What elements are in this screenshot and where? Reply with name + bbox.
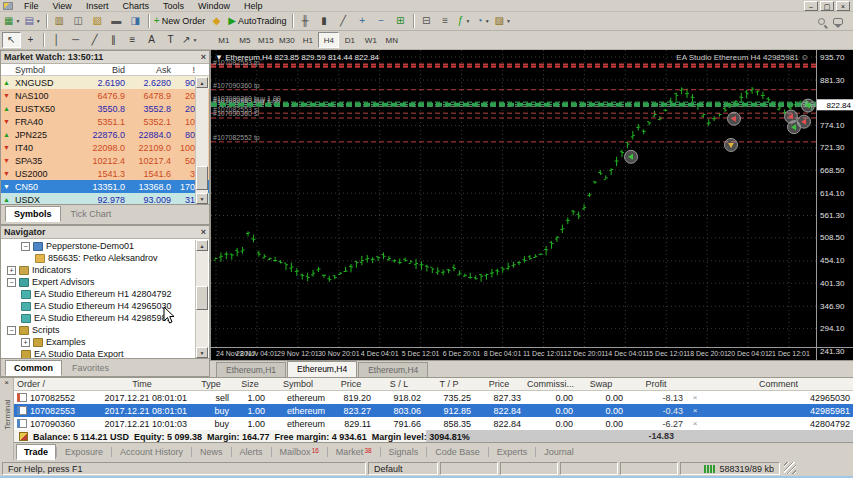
autotrading-button[interactable]: ▶AutoTrading [226,13,288,29]
chart-line-button[interactable]: ╱ [334,13,353,29]
chart-tab-1[interactable]: Ethereum,H4 [287,361,357,377]
zoom-out-button[interactable]: − [372,13,391,29]
order-row-107090360[interactable]: 1070903602017.12.21 10:01:03buy1.00ether… [14,417,853,430]
close-order-icon[interactable]: × [686,419,704,428]
market-watch-row-it40[interactable]: ▼IT4022098.022109.0100 [1,141,209,154]
column-profit[interactable]: Profit [626,379,686,389]
navigator-close-icon[interactable]: × [201,227,206,237]
timeframe-d1[interactable]: D1 [339,32,360,48]
terminal-tab-journal[interactable]: Journal [536,444,582,460]
market-watch-row-xngusd[interactable]: ▲XNGUSD2.61902.628090 [1,76,209,89]
toggle-terminal-button[interactable]: ▬ [107,13,126,29]
navigator-item[interactable]: EA Studio Ethereum H4 42985981 [1,312,209,324]
tab-tick-chart[interactable]: Tick Chart [62,206,121,222]
menu-charts[interactable]: Charts [115,0,156,12]
minimize-button[interactable]: – [804,1,818,11]
arrange-windows-button[interactable]: ≡ [436,13,455,29]
column-comment[interactable]: Comment [704,379,853,389]
timeframe-m1[interactable]: M1 [213,32,234,48]
chart-tab-0[interactable]: Ethereum,H1 [216,362,286,377]
menu-insert[interactable]: Insert [79,0,116,12]
trendline-tool-button[interactable]: ╱ [85,32,104,48]
shapes-tool-button[interactable]: ↗▼ [180,32,199,48]
market-watch-row-eustx50[interactable]: ▲EUSTX503550.83552.820 [1,102,209,115]
column-price[interactable]: Price [328,379,374,389]
scrollbar-thumb[interactable] [196,286,208,310]
tree-expander-icon[interactable]: − [7,326,16,335]
chart-bars-button[interactable]: ╫ [296,13,315,29]
navigator-item[interactable]: EA Studio Ethereum H1 42804792 [1,288,209,300]
fibonacci-tool-button[interactable]: ≡ [123,32,142,48]
navigator-item[interactable]: −Scripts [1,324,209,336]
resize-grip[interactable] [784,462,796,474]
indicators-list-button[interactable]: ƒ▼ [455,13,474,29]
scroll-down-icon[interactable]: ▼ [196,193,208,204]
column-symbol[interactable]: Symbol [268,379,328,389]
terminal-tab-trade[interactable]: Trade [16,444,56,460]
scroll-up-icon[interactable]: ▲ [196,77,208,88]
menu-view[interactable]: View [46,0,79,12]
timeframe-m15[interactable]: M15 [255,32,276,48]
toggle-strategy-tester-button[interactable]: ◨ [126,13,145,29]
timeframe-m30[interactable]: M30 [276,32,297,48]
timeframe-mn[interactable]: MN [381,32,402,48]
navigator-item[interactable]: +Examples [1,336,209,348]
timeframe-m5[interactable]: M5 [234,32,255,48]
menu-help[interactable]: Help [237,0,270,12]
metaeditor-button[interactable]: ◆ [207,13,226,29]
toggle-navigator-button[interactable]: ▧ [88,13,107,29]
menu-tools[interactable]: Tools [156,0,191,12]
column-order[interactable]: Order / [14,379,94,389]
navigator-scrollbar[interactable]: ▲ ▼ [195,240,208,358]
chat-icon[interactable] [833,18,843,25]
new-chart-button[interactable]: ▦▼ [2,13,22,29]
tab-symbols[interactable]: Symbols [5,206,61,222]
market-watch-row-cn50[interactable]: ▼CN5013351.013368.0170 [1,180,209,193]
scroll-down-icon[interactable]: ▼ [196,347,208,358]
channel-tool-button[interactable]: ∥ [104,32,123,48]
new-order-button[interactable]: +New Order [152,13,207,29]
tree-expander-icon[interactable]: − [21,242,30,251]
terminal-close-icon[interactable]: × [0,378,13,387]
terminal-tab-exposure[interactable]: Exposure [57,444,111,460]
horizontal-line-tool-button[interactable]: ─ [66,32,85,48]
toggle-data-window-button[interactable]: ◫ [69,13,88,29]
tab-favorites[interactable]: Favorites [63,360,118,376]
column-type[interactable]: Type [190,379,232,389]
close-order-icon[interactable]: × [686,393,704,402]
market-watch-row-us2000[interactable]: ▼US20001541.31541.63 [1,167,209,180]
tile-windows-button[interactable]: ⊞ [391,13,410,29]
tree-expander-icon[interactable]: + [21,338,30,347]
chart-candlesticks-button[interactable]: ▮ [315,13,334,29]
search-icon[interactable] [818,18,825,25]
column-tp[interactable]: T / P [424,379,474,389]
column-time[interactable]: Time [94,379,190,389]
column-bid[interactable]: Bid [75,65,125,75]
column-sl[interactable]: S / L [374,379,424,389]
close-button[interactable]: × [836,1,850,11]
tab-common[interactable]: Common [5,360,62,376]
terminal-tab-signals[interactable]: Signals [381,444,427,460]
terminal-tab-news[interactable]: News [192,444,231,460]
timeframe-w1[interactable]: W1 [360,32,381,48]
column-ask[interactable]: Ask [125,65,171,75]
order-row-107082553[interactable]: 1070825532017.12.21 08:01:01buy1.00ether… [14,404,853,417]
templates-button[interactable]: ▨▼ [493,13,513,29]
menu-window[interactable]: Window [191,0,237,12]
column-symbol[interactable]: Symbol [3,65,75,75]
timeframe-h4[interactable]: H4 [318,32,339,48]
market-watch-scrollbar[interactable]: ▲ ▼ [195,77,208,204]
terminal-tab-market[interactable]: Market38 [328,444,380,460]
navigator-item[interactable]: +Indicators [1,264,209,276]
terminal-tab-code-base[interactable]: Code Base [427,444,488,460]
navigator-item[interactable]: −Pepperstone-Demo01 [1,240,209,252]
vertical-line-tool-button[interactable]: │ [47,32,66,48]
market-watch-row-spa35[interactable]: ▼SPA3510212.410217.450 [1,154,209,167]
cursor-tool-button[interactable]: ↖ [2,32,21,48]
column-commission[interactable]: Commissi... [524,379,576,389]
chart-area[interactable]: 24 Nov 201728 Nov 04:0129 Nov 12:0130 No… [210,50,853,360]
column-swap[interactable]: Swap [576,379,626,389]
close-order-icon[interactable]: × [686,406,704,415]
market-watch-row-jpn225[interactable]: ▲JPN22522876.022884.080 [1,128,209,141]
column-spread[interactable]: ! [171,65,195,75]
